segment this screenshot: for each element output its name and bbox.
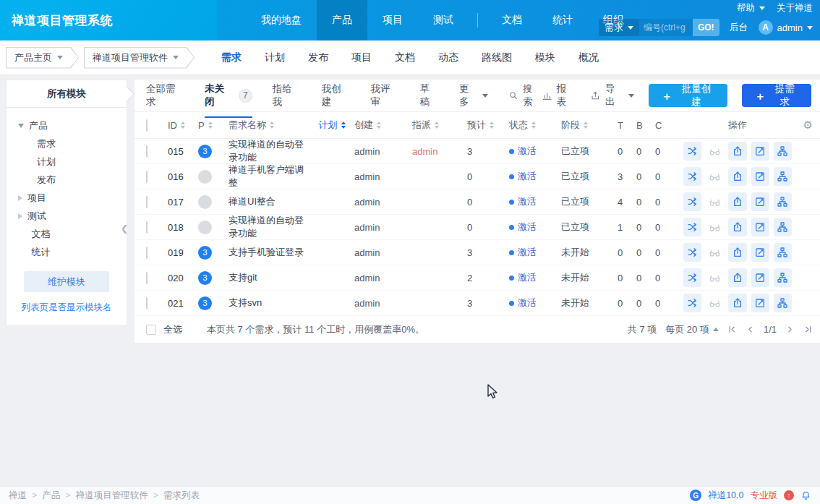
row-checkbox[interactable] [146,272,148,284]
filter-tab-4[interactable]: 我创建 [322,82,351,108]
filter-tab-3[interactable]: 指给我 [273,82,302,108]
col-header-label[interactable]: P [198,120,229,131]
nav-item-1[interactable]: 我的地盘 [246,0,317,40]
tab-9[interactable]: 概况 [578,51,599,64]
change-action-icon[interactable] [683,243,701,262]
tab-8[interactable]: 模块 [535,51,555,64]
edit-action-icon[interactable] [751,218,769,236]
col-header-label[interactable]: 创建 [354,119,412,132]
tab-6[interactable]: 动态 [438,51,458,64]
prev-page-icon[interactable] [746,325,755,334]
maintain-modules-button[interactable]: 维护模块 [24,271,109,292]
row-checkbox[interactable] [146,297,148,309]
subdivide-action-icon[interactable] [774,243,792,262]
sidebar-item-6[interactable]: 测试 [7,207,127,225]
footer-breadcrumb-item-2[interactable]: 产品 [42,490,60,502]
sidebar-item-8[interactable]: 统计 [7,243,127,261]
user-menu[interactable]: A admin [759,20,813,35]
row-checkbox[interactable] [146,196,148,208]
convert-action-icon[interactable] [728,192,746,211]
nav-item-5[interactable]: 文档 [487,0,537,40]
convert-action-icon[interactable] [728,167,746,186]
story-title-link[interactable]: 支持svn [229,297,262,308]
tab-2[interactable]: 计划 [265,51,285,64]
tab-5[interactable]: 文档 [395,51,415,64]
sidebar-item-2[interactable]: 需求 [7,134,127,153]
subdivide-action-icon[interactable] [774,294,792,312]
edit-action-icon[interactable] [751,294,769,312]
change-action-icon[interactable] [683,294,701,312]
subdivide-action-icon[interactable] [774,167,792,186]
edit-action-icon[interactable] [751,192,769,211]
subdivide-action-icon[interactable] [774,268,792,287]
select-all-checkbox[interactable] [146,325,156,335]
search-input[interactable] [639,22,693,33]
filter-tab-5[interactable]: 我评审 [371,82,400,108]
row-checkbox[interactable] [146,247,148,259]
nav-item-2[interactable]: 产品 [317,0,367,40]
next-page-icon[interactable] [785,325,795,334]
sidebar-item-3[interactable]: 计划 [7,153,127,171]
tab-1[interactable]: 需求 [221,51,242,64]
header-checkbox[interactable] [146,119,148,132]
tab-3[interactable]: 发布 [308,51,328,64]
row-checkbox[interactable] [146,221,148,234]
nav-item-3[interactable]: 项目 [367,0,418,40]
last-page-icon[interactable] [803,325,813,334]
change-action-icon[interactable] [683,142,701,161]
convert-action-icon[interactable] [728,142,746,161]
edit-action-icon[interactable] [751,167,769,186]
breadcrumb-item-2[interactable]: 禅道项目管理软件 [84,47,195,69]
footer-breadcrumb-item-3[interactable]: 禅道项目管理软件 [76,490,148,502]
help-menu[interactable]: 帮助 [737,2,765,14]
col-header-label[interactable]: 需求名称 [229,119,309,132]
tab-4[interactable]: 项目 [351,51,372,64]
toggle-module-name-link[interactable]: 列表页是否显示模块名 [7,302,127,314]
filter-tab-7[interactable]: 更多 [459,82,488,108]
search-toggle[interactable]: 搜索 [508,82,542,108]
edit-action-icon[interactable] [751,142,769,161]
notification-bell-icon[interactable] [800,490,811,501]
create-story-button[interactable]: ＋ 提需求 [742,84,811,107]
convert-action-icon[interactable] [728,268,746,287]
col-header-label[interactable]: 计划 [319,119,346,132]
col-header-label[interactable]: ID [168,120,198,131]
col-header-label[interactable]: 状态 [509,119,561,132]
all-modules-header[interactable]: 所有模块 [7,80,127,108]
filter-tab-6[interactable]: 草稿 [419,82,439,108]
filter-tab-1[interactable]: 全部需求 [146,82,184,108]
footer-breadcrumb-item-4[interactable]: 需求列表 [163,490,200,502]
story-title-link[interactable]: 支持手机验证登录 [229,247,304,257]
story-title-link[interactable]: 实现禅道的自动登录功能 [229,139,304,163]
sidebar-collapse-icon[interactable]: ❮ [121,223,128,234]
batch-create-button[interactable]: ＋ 批量创建 [649,84,727,107]
about-link[interactable]: 关于禅道 [777,2,813,14]
export-dropdown[interactable]: 导出 [590,82,634,108]
tab-7[interactable]: 路线图 [482,51,512,64]
edit-action-icon[interactable] [751,243,769,262]
change-action-icon[interactable] [683,218,701,236]
subdivide-action-icon[interactable] [774,142,792,161]
change-action-icon[interactable] [683,192,701,211]
footer-breadcrumb-item-1[interactable]: 禅道 [9,490,27,502]
col-header-label[interactable]: 指派 [412,119,467,132]
row-checkbox[interactable] [146,145,148,158]
story-title-link[interactable]: 实现禅道的自动登录功能 [229,215,304,239]
nav-item-4[interactable]: 测试 [418,0,469,40]
per-page-dropdown[interactable]: 每页 20 项 [665,323,719,336]
sidebar-item-5[interactable]: 项目 [7,189,127,207]
sidebar-item-1[interactable]: 产品 [7,116,127,134]
first-page-icon[interactable] [727,325,737,334]
convert-action-icon[interactable] [728,243,746,262]
story-title-link[interactable]: 禅道手机客户端调整 [229,164,304,188]
row-checkbox[interactable] [146,171,148,183]
filter-tab-2[interactable]: 未关闭7 [205,82,252,108]
report-button[interactable]: 报表 [542,82,576,108]
change-action-icon[interactable] [683,268,701,287]
search-type-dropdown[interactable]: 需求 [599,19,639,36]
column-settings-gear-icon[interactable]: ⚙ [803,119,813,131]
story-title-link[interactable]: 禅道UI整合 [229,196,276,207]
edit-action-icon[interactable] [751,268,769,287]
subdivide-action-icon[interactable] [774,218,792,236]
col-header-label[interactable]: 阶段 [561,119,618,132]
